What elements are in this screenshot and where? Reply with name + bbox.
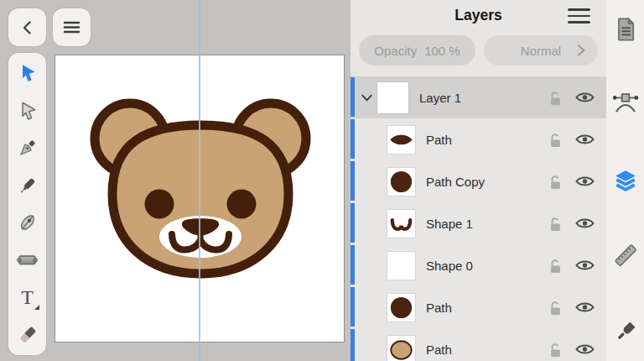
- ruler-icon: [612, 242, 639, 269]
- chevron-left-icon: [18, 18, 38, 38]
- tool-node-editor[interactable]: [8, 204, 46, 242]
- layers-panel: Layers Opacity 100 % Normal Layer 1: [351, 0, 606, 361]
- layer-name: Layer 1: [419, 91, 461, 105]
- circle-shape-thumb: [387, 294, 415, 322]
- eye-icon[interactable]: [574, 131, 596, 148]
- bear-left-eye: [145, 190, 174, 219]
- rail-item-node-editor[interactable]: [606, 88, 644, 117]
- eye-icon[interactable]: [574, 341, 596, 358]
- layers-menu-button[interactable]: [568, 8, 590, 24]
- layer-row-path-copy[interactable]: Path Copy: [351, 160, 606, 202]
- layer-thumbnail: [387, 168, 415, 196]
- tool-shape[interactable]: [8, 242, 46, 280]
- text-tool-glyph: T: [21, 287, 34, 307]
- rail-item-layers[interactable]: [606, 166, 644, 195]
- chevron-right-icon: [575, 43, 587, 58]
- layer-thumbnail: [387, 126, 415, 154]
- blend-mode-button[interactable]: Normal: [484, 35, 598, 65]
- layer-row-shape1[interactable]: Shape 1: [351, 202, 606, 244]
- opacity-button[interactable]: Opacity 100 %: [359, 35, 475, 65]
- mouth-shape-thumb: [387, 210, 415, 238]
- eye-icon[interactable]: [574, 173, 596, 190]
- head-shape-thumb: [387, 336, 415, 361]
- document-icon: [614, 17, 637, 42]
- eye-icon[interactable]: [574, 215, 596, 232]
- right-sidebar: [606, 0, 644, 361]
- layer-row-layer1[interactable]: Layer 1: [351, 76, 606, 118]
- layer-thumbnail: [387, 210, 415, 238]
- bear-face-artwork[interactable]: [55, 55, 345, 343]
- layer-name: Path: [426, 133, 452, 147]
- cursor-arrow-outline-icon: [17, 100, 39, 122]
- hamburger-icon: [61, 17, 82, 38]
- unlock-icon[interactable]: [548, 131, 563, 149]
- submenu-corner-triangle: [34, 305, 39, 310]
- tool-palette: T: [8, 53, 46, 355]
- layer-name: Shape 1: [426, 217, 473, 231]
- eye-icon[interactable]: [574, 299, 596, 316]
- pen-nib-icon: [17, 137, 39, 159]
- layer-thumbnail: [377, 82, 408, 113]
- tool-pencil[interactable]: [8, 167, 46, 205]
- layers-stack-icon: [613, 168, 638, 193]
- rail-item-ruler[interactable]: [606, 241, 644, 269]
- leaf-node-icon: [17, 212, 39, 233]
- unlock-icon[interactable]: [548, 89, 563, 107]
- opacity-label: Opacity: [374, 44, 417, 58]
- circle-shape-thumb: [387, 168, 415, 196]
- unlock-icon[interactable]: [548, 341, 563, 358]
- blend-mode-value: Normal: [521, 44, 561, 58]
- layer-row-shape0[interactable]: Shape 0: [351, 244, 606, 286]
- hamburger-icon: [568, 8, 590, 11]
- layer-thumbnail: [387, 252, 415, 280]
- tool-selection[interactable]: [8, 55, 46, 92]
- bear-right-eye: [227, 190, 257, 219]
- marker-icon: [17, 175, 39, 196]
- rect-handles-icon: [16, 249, 39, 271]
- cursor-arrow-blue-icon: [17, 62, 39, 84]
- layer-name: Path: [426, 343, 452, 357]
- layer-row-path3[interactable]: Path: [351, 328, 606, 361]
- tool-eraser[interactable]: [8, 317, 46, 354]
- layer-thumbnail: [387, 336, 415, 361]
- layer-name: Path Copy: [426, 175, 485, 189]
- tool-pen[interactable]: [8, 129, 46, 167]
- vertical-guide-line[interactable]: [199, 0, 200, 361]
- tool-direct-selection[interactable]: [8, 92, 46, 130]
- layer-row-path[interactable]: Path: [351, 118, 606, 160]
- bezier-node-icon: [612, 90, 639, 115]
- rail-item-document[interactable]: [606, 15, 644, 44]
- unlock-icon[interactable]: [548, 257, 563, 275]
- unlock-icon[interactable]: [548, 173, 563, 191]
- eye-icon[interactable]: [574, 257, 596, 274]
- back-button[interactable]: [8, 8, 46, 46]
- main-menu-button[interactable]: [53, 8, 91, 46]
- opacity-value: 100 %: [424, 44, 460, 58]
- layer-name: Path: [426, 301, 452, 315]
- lens-shape-thumb: [387, 126, 415, 154]
- tool-text[interactable]: T: [8, 279, 46, 317]
- rail-item-brush[interactable]: [606, 317, 644, 346]
- brush-icon: [613, 319, 638, 344]
- layer-controls: Opacity 100 % Normal: [359, 35, 598, 65]
- layer-name: Shape 0: [426, 259, 473, 273]
- layer-thumbnail: [387, 294, 415, 322]
- eraser-icon: [17, 324, 39, 346]
- unlock-icon[interactable]: [548, 299, 563, 317]
- layer-list: Layer 1 Path: [351, 76, 606, 361]
- unlock-icon[interactable]: [548, 215, 563, 233]
- layer-row-path2[interactable]: Path: [351, 286, 606, 328]
- eye-icon[interactable]: [574, 89, 596, 106]
- chevron-down-icon[interactable]: [358, 89, 376, 107]
